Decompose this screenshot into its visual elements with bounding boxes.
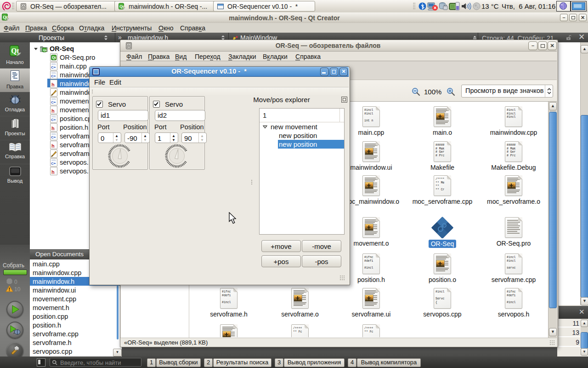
svg-text:Qt: Qt (43, 48, 47, 52)
svg-text:Qt: Qt (52, 56, 56, 60)
